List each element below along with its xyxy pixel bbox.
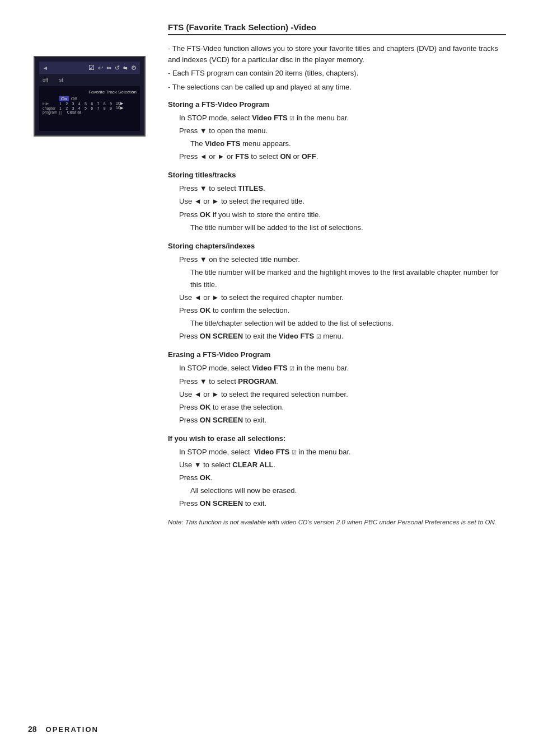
- fts-icon: ☑: [88, 64, 95, 72]
- instr-fts-3: The Video FTS menu appears.: [179, 138, 506, 150]
- on-off-values: On Off: [59, 96, 137, 101]
- title-val-4: 4: [78, 101, 85, 106]
- screen-icons: ☑ ↩ ⇔ ↺ ⇆ ⚙: [88, 64, 137, 72]
- off-option: Off: [71, 96, 77, 101]
- screen-top-bar: ◄ ☑ ↩ ⇔ ↺ ⇆ ⚙: [39, 62, 140, 74]
- subsection-title-storing-fts: Storing a FTS-Video Program: [168, 100, 506, 109]
- empty-cell: [43, 96, 59, 101]
- subsection-title-erase-all: If you wish to erase all selections:: [168, 434, 506, 443]
- intro-text-2: - Each FTS program can contain 20 items …: [168, 69, 358, 77]
- instr-titles-3: Press OK if you wish to store the entire…: [179, 209, 506, 221]
- ch-val-8: 8: [104, 106, 110, 110]
- subsection-storing-titles: Storing titles/tracks Press ▼ to select …: [168, 171, 506, 233]
- ch-val-6: 6: [91, 106, 97, 110]
- subsection-title-erasing: Erasing a FTS-Video Program: [168, 350, 506, 359]
- instr-erase-2: Press ▼ to select PROGRAM.: [179, 375, 506, 388]
- page-container: ◄ ☑ ↩ ⇔ ↺ ⇆ ⚙ off st: [0, 0, 534, 756]
- instruction-block-storing-titles: Press ▼ to select TITLES. Use ◄ or ► to …: [168, 182, 506, 233]
- instr-ch-2: The title number will be marked and the …: [179, 266, 506, 291]
- ch-val-5: 5: [85, 106, 91, 110]
- instr-all-5: Press ON SCREEN to exit.: [179, 497, 506, 510]
- subsection-title-storing-chapters: Storing chapters/indexes: [168, 242, 506, 250]
- title-val-5: 5: [85, 101, 91, 106]
- right-panel: FTS (Favorite Track Selection) -Video - …: [162, 22, 506, 708]
- fts-table: On Off title 1 2 3: [43, 96, 137, 114]
- instr-all-3: Press OK.: [179, 472, 506, 484]
- instr-fts-4: Press ◄ or ► or FTS to select ON or OFF.: [179, 151, 506, 163]
- ab-icon: ⇔: [106, 64, 111, 72]
- subsection-storing-chapters: Storing chapters/indexes Press ▼ on the …: [168, 242, 506, 343]
- intro-text-1: - The FTS-Video function allows you to s…: [168, 44, 498, 64]
- content-area: ◄ ☑ ↩ ⇔ ↺ ⇆ ⚙ off st: [28, 22, 506, 708]
- instr-titles-4: The title number will be added to the li…: [179, 222, 506, 234]
- subsection-erase-all: If you wish to erase all selections: In …: [168, 434, 506, 510]
- screen-body: Favorite Track Selection On Off: [39, 86, 140, 131]
- intro-text-3: - The selections can be called up and pl…: [168, 83, 352, 91]
- instr-erase-3: Use ◄ or ► to select the required select…: [179, 388, 506, 401]
- on-off-row: On Off: [43, 96, 137, 101]
- subsection-storing-fts: Storing a FTS-Video Program In STOP mode…: [168, 100, 506, 163]
- instr-all-4: All selections will now be erased.: [179, 485, 506, 497]
- ch-val-2: 2: [65, 106, 72, 110]
- title-val-6: 6: [91, 101, 97, 106]
- screen-labels: off st: [39, 76, 140, 84]
- program-row-label: program: [43, 110, 59, 114]
- chapter-row: chapter 1 2 3 4 5 6 7 8 9 10▶: [43, 106, 137, 110]
- chapter-row-label: chapter: [43, 106, 59, 110]
- title-row: title 1 2 3 4 5 6 7 8 9 10▶: [43, 101, 137, 106]
- instr-ch-6: Press ON SCREEN to exit the Video FTS ☑ …: [179, 330, 506, 342]
- instruction-block-erasing: In STOP mode, select Video FTS ☑ in the …: [168, 362, 506, 426]
- intro-item-2: - Each FTS program can contain 20 items …: [168, 68, 506, 79]
- instr-ch-3: Use ◄ or ► to select the required chapte…: [179, 292, 506, 304]
- left-panel: ◄ ☑ ↩ ⇔ ↺ ⇆ ⚙ off st: [28, 22, 151, 708]
- instr-all-1: In STOP mode, select Video FTS ☑ in the …: [179, 446, 506, 458]
- back-arrow-icon: ◄: [43, 65, 48, 71]
- intro-list: - The FTS-Video function allows you to s…: [168, 43, 506, 92]
- instruction-block-storing-chapters: Press ▼ on the selected title number. Th…: [168, 253, 506, 343]
- ch-val-7: 7: [97, 106, 103, 110]
- instr-erase-4: Press OK to erase the selection.: [179, 401, 506, 414]
- shuffle-icon: ↺: [115, 64, 120, 72]
- ch-val-1: 1: [59, 106, 65, 110]
- off-label: off: [43, 77, 48, 83]
- page-footer: 28 OPERATION: [28, 708, 506, 734]
- repeat-icon: ↩: [98, 64, 103, 72]
- page-number: 28: [28, 725, 37, 734]
- instr-ch-5: The title/chapter selection will be adde…: [179, 317, 506, 330]
- st-label: st: [59, 77, 63, 83]
- ch-val-3: 3: [72, 106, 78, 110]
- instr-titles-1: Press ▼ to select TITLES.: [179, 182, 506, 195]
- section-title: FTS (Favorite Track Selection) -Video: [168, 22, 506, 35]
- subsection-erasing: Erasing a FTS-Video Program In STOP mode…: [168, 350, 506, 426]
- instr-fts-2: Press ▼ to open the menu.: [179, 125, 506, 137]
- settings-icon: ⚙: [131, 64, 137, 72]
- screen-mockup: ◄ ☑ ↩ ⇔ ↺ ⇆ ⚙ off st: [34, 56, 146, 137]
- nav-icon: ⇆: [123, 65, 128, 71]
- instr-all-2: Use ▼ to select CLEAR ALL.: [179, 459, 506, 471]
- instr-ch-4: Press OK to confirm the selection.: [179, 304, 506, 317]
- instruction-block-erase-all: In STOP mode, select Video FTS ☑ in the …: [168, 446, 506, 510]
- instruction-block-storing-fts: In STOP mode, select Video FTS ☑ in the …: [168, 112, 506, 163]
- title-val-3: 3: [72, 101, 78, 106]
- title-val-7: 7: [97, 101, 103, 106]
- intro-item-3: - The selections can be called up and pl…: [168, 82, 506, 93]
- title-val-8: 8: [104, 101, 110, 106]
- title-row-label: title: [43, 101, 59, 106]
- title-val-10: 10▶: [116, 101, 137, 106]
- fts-table-title: Favorite Track Selection: [43, 90, 137, 95]
- ch-val-4: 4: [78, 106, 85, 110]
- instr-ch-1: Press ▼ on the selected title number.: [179, 253, 506, 266]
- instr-erase-5: Press ON SCREEN to exit.: [179, 414, 506, 426]
- footnote: Note: This function is not available wit…: [168, 518, 506, 527]
- instr-fts-1: In STOP mode, select Video FTS ☑ in the …: [179, 112, 506, 124]
- instr-erase-1: In STOP mode, select Video FTS ☑ in the …: [179, 362, 506, 374]
- subsection-title-storing-titles: Storing titles/tracks: [168, 171, 506, 179]
- title-val-1: 1: [59, 101, 65, 106]
- ch-val-10: 10▶: [116, 106, 137, 110]
- pause-control: | |: [59, 110, 63, 114]
- program-row: program | | Clear all: [43, 110, 137, 114]
- program-controls: | | Clear all: [59, 110, 137, 114]
- intro-item-1: - The FTS-Video function allows you to s…: [168, 43, 506, 65]
- page-label: OPERATION: [46, 725, 99, 734]
- title-val-9: 9: [110, 101, 116, 106]
